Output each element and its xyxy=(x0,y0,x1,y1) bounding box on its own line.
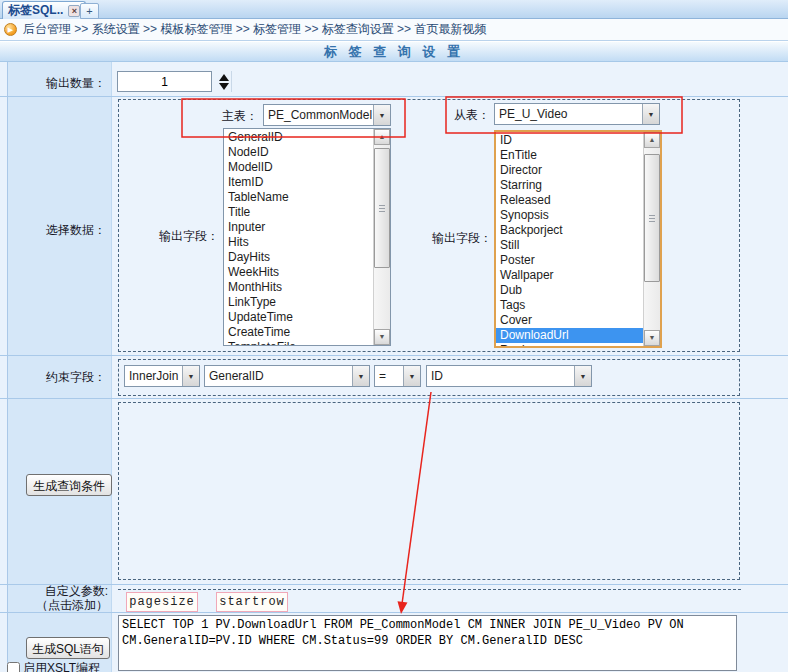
spinner-up-icon[interactable] xyxy=(219,74,229,81)
list-item[interactable]: Region xyxy=(496,343,643,348)
main-field-select[interactable]: GeneralID ▼ xyxy=(204,365,370,387)
list-item[interactable]: Hits xyxy=(224,235,373,250)
list-item[interactable]: Wallpaper xyxy=(496,268,643,283)
tab-close-icon[interactable]: × xyxy=(68,5,80,17)
scrollbar-down-icon[interactable]: ▼ xyxy=(374,329,390,345)
scrollbar-up-icon[interactable]: ▲ xyxy=(374,129,390,145)
breadcrumb-item[interactable]: 后台管理 xyxy=(23,22,71,36)
output-count-spinner xyxy=(216,71,232,92)
breadcrumb-item[interactable]: 标签管理 xyxy=(253,22,301,36)
list-item[interactable]: EnTitle xyxy=(496,148,643,163)
list-item[interactable]: NodeID xyxy=(224,145,373,160)
dropdown-arrow-icon[interactable]: ▼ xyxy=(574,366,591,386)
tab-bar: 标签SQL.. × + xyxy=(0,0,788,19)
new-tab-button[interactable]: + xyxy=(80,3,99,19)
scrollbar-down-icon[interactable]: ▼ xyxy=(644,330,660,346)
main-fields-listbox[interactable]: GeneralIDNodeIDModelIDItemIDTableNameTit… xyxy=(223,128,391,346)
label-column xyxy=(8,62,112,672)
breadcrumb-item[interactable]: 首页最新视频 xyxy=(414,22,486,36)
list-item[interactable]: UpdateTime xyxy=(224,310,373,325)
breadcrumb-separator: >> xyxy=(71,22,92,36)
custom-params-label: 自定义参数: （点击添加） xyxy=(4,584,108,612)
dropdown-arrow-icon[interactable]: ▼ xyxy=(373,105,390,125)
list-item[interactable]: GeneralID xyxy=(224,130,373,145)
list-item[interactable]: MonthHits xyxy=(224,280,373,295)
list-item[interactable]: Dub xyxy=(496,283,643,298)
list-item[interactable]: Tags xyxy=(496,298,643,313)
generate-sql-button[interactable]: 生成SQL语句 xyxy=(26,637,110,659)
breadcrumb-bar: ▶ 后台管理 >> 系统设置 >> 模板标签管理 >> 标签管理 >> 标签查询… xyxy=(0,19,788,41)
xslt-checkbox[interactable] xyxy=(7,662,20,672)
page-title: 标 签 查 询 设 置 xyxy=(0,41,788,62)
xslt-option: 启用XSLT编程 xyxy=(7,660,100,672)
main-fields-scrollbar[interactable]: ▲ ▼ xyxy=(373,129,390,345)
breadcrumb-separator: >> xyxy=(232,22,253,36)
custom-param-button[interactable]: pagesize xyxy=(126,592,198,612)
row-divider xyxy=(0,355,788,356)
breadcrumb-item[interactable]: 标签查询设置 xyxy=(322,22,394,36)
list-item[interactable]: ItemID xyxy=(224,175,373,190)
dropdown-arrow-icon[interactable]: ▼ xyxy=(403,366,420,386)
dropdown-arrow-icon[interactable]: ▼ xyxy=(642,104,659,124)
list-item[interactable]: Director xyxy=(496,163,643,178)
list-item[interactable]: Backporject xyxy=(496,223,643,238)
list-item[interactable]: Inputer xyxy=(224,220,373,235)
list-item[interactable]: LinkType xyxy=(224,295,373,310)
custom-param-button[interactable]: startrow xyxy=(216,592,288,612)
main-table-label: 主表： xyxy=(190,108,258,125)
left-gutter xyxy=(0,62,8,672)
constraint-label: 约束字段： xyxy=(10,369,106,386)
sql-textarea[interactable]: SELECT TOP 1 PV.DownloadUrl FROM PE_Comm… xyxy=(118,615,737,671)
main-fields-label: 输出字段： xyxy=(129,228,219,245)
breadcrumb-arrow-icon: ▶ xyxy=(4,23,17,36)
list-item[interactable]: DownloadUrl xyxy=(496,328,643,343)
dropdown-arrow-icon[interactable]: ▼ xyxy=(182,366,199,386)
list-item[interactable]: DayHits xyxy=(224,250,373,265)
list-item[interactable]: ID xyxy=(496,133,643,148)
list-item[interactable]: TemplateFile xyxy=(224,340,373,346)
scrollbar-up-icon[interactable]: ▲ xyxy=(644,132,660,148)
list-item[interactable]: Title xyxy=(224,205,373,220)
list-item[interactable]: Poster xyxy=(496,253,643,268)
output-count-label: 输出数量： xyxy=(10,75,106,92)
list-item[interactable]: CreateTime xyxy=(224,325,373,340)
breadcrumb: 后台管理 >> 系统设置 >> 模板标签管理 >> 标签管理 >> 标签查询设置… xyxy=(23,21,486,38)
scrollbar-thumb[interactable] xyxy=(644,154,660,282)
join-type-select[interactable]: InnerJoin ▼ xyxy=(124,365,200,387)
row-divider xyxy=(0,96,788,97)
list-item[interactable]: ModelID xyxy=(224,160,373,175)
breadcrumb-separator: >> xyxy=(140,22,161,36)
list-item[interactable]: Still xyxy=(496,238,643,253)
breadcrumb-separator: >> xyxy=(301,22,322,36)
select-data-label: 选择数据： xyxy=(10,222,106,239)
list-item[interactable]: Starring xyxy=(496,178,643,193)
main-table-select[interactable]: PE_CommonModel ▼ xyxy=(263,104,391,126)
spinner-down-icon[interactable] xyxy=(219,83,229,90)
dropdown-arrow-icon[interactable]: ▼ xyxy=(352,366,369,386)
scrollbar-thumb[interactable] xyxy=(374,148,390,268)
xslt-checkbox-label: 启用XSLT编程 xyxy=(23,660,100,672)
list-item[interactable]: Released xyxy=(496,193,643,208)
output-count-input[interactable] xyxy=(117,71,212,92)
list-item[interactable]: Cover xyxy=(496,313,643,328)
sub-fields-scrollbar[interactable]: ▲ ▼ xyxy=(643,132,660,346)
breadcrumb-separator: >> xyxy=(394,22,415,36)
sub-fields-label: 输出字段： xyxy=(402,230,492,247)
tag-query-settings-page: 标签SQL.. × + ▶ 后台管理 >> 系统设置 >> 模板标签管理 >> … xyxy=(0,0,788,672)
sub-table-label: 从表： xyxy=(420,107,490,124)
custom-params-divider xyxy=(118,589,741,590)
sub-table-select[interactable]: PE_U_Video ▼ xyxy=(494,103,660,125)
list-item[interactable]: WeekHits xyxy=(224,265,373,280)
list-item[interactable]: TableName xyxy=(224,190,373,205)
tab-tag-sql[interactable]: 标签SQL.. × xyxy=(2,1,86,19)
custom-params: pagesizestartrow xyxy=(118,592,742,614)
sub-fields-listbox[interactable]: IDEnTitleDirectorStarringReleasedSynopsi… xyxy=(494,130,662,348)
condition-section xyxy=(118,402,740,580)
generate-condition-button[interactable]: 生成查询条件 xyxy=(26,474,112,496)
operator-select[interactable]: = ▼ xyxy=(374,365,421,387)
breadcrumb-item[interactable]: 模板标签管理 xyxy=(160,22,232,36)
row-divider xyxy=(0,398,788,399)
sub-field-select[interactable]: ID ▼ xyxy=(426,365,592,387)
list-item[interactable]: Synopsis xyxy=(496,208,643,223)
breadcrumb-item[interactable]: 系统设置 xyxy=(92,22,140,36)
